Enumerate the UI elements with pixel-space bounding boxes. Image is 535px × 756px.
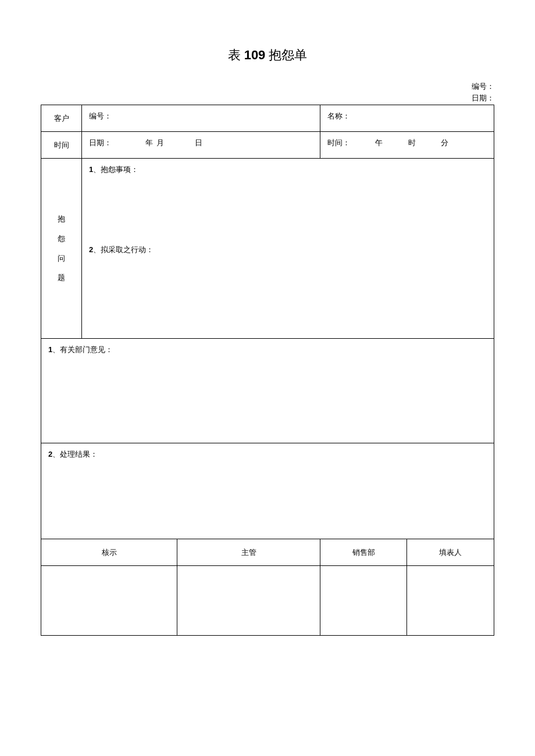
- complaint-char-1: 抱: [58, 214, 65, 223]
- sig-body-2: [177, 566, 320, 636]
- opinion-cell: 1、有关部门意见：: [41, 339, 494, 443]
- page-title: 表 109 抱怨单: [41, 46, 494, 64]
- day-label: 日: [195, 138, 202, 148]
- minute-label: 分: [441, 138, 448, 148]
- ampm-label: 午: [375, 138, 383, 148]
- complaint-item1-text: 、抱怨事项：: [93, 165, 138, 174]
- date-cell: 日期： 年 月 日: [82, 132, 320, 159]
- sig-header-2: 主管: [177, 539, 320, 566]
- title-suffix: 抱怨单: [265, 48, 307, 62]
- header-date: 日期：: [41, 93, 494, 103]
- hour-label: 时: [408, 138, 416, 148]
- sig-body-3: [320, 566, 407, 636]
- sig-header-3: 销售部: [320, 539, 407, 566]
- sig-header-1: 核示: [41, 539, 177, 566]
- header-serial: 编号：: [41, 81, 494, 92]
- sig-body-4: [407, 566, 494, 636]
- sig-body-1: [41, 566, 177, 636]
- customer-name: 名称：: [320, 105, 494, 132]
- complaint-char-4: 题: [58, 273, 65, 282]
- month-label: 月: [156, 138, 164, 148]
- customer-serial: 编号：: [82, 105, 320, 132]
- time-cell: 时间： 午 时 分: [320, 132, 494, 159]
- result-text: 、处理结果：: [52, 450, 98, 458]
- complaint-char-3: 问: [58, 254, 65, 263]
- sig-header-4: 填表人: [407, 539, 494, 566]
- complaint-body: 1、抱怨事项： 2、拟采取之行动：: [82, 159, 494, 339]
- opinion-text: 、有关部门意见：: [52, 345, 113, 354]
- time-label: 时间: [41, 132, 82, 159]
- time-field-label: 时间：: [327, 138, 350, 148]
- title-prefix: 表: [228, 48, 244, 62]
- title-number: 109: [244, 48, 266, 62]
- customer-label: 客户: [41, 105, 82, 132]
- year-label: 年: [145, 138, 153, 148]
- complaint-label: 抱 怨 问 题: [41, 159, 82, 339]
- complaint-char-2: 怨: [58, 234, 65, 243]
- complaint-item2-text: 、拟采取之行动：: [93, 245, 154, 254]
- form-table: 客户 编号： 名称： 时间 日期： 年 月 日 时间： 午 时 分 抱 怨 问 …: [41, 105, 494, 636]
- result-cell: 2、处理结果：: [41, 443, 494, 539]
- date-label: 日期：: [89, 138, 112, 148]
